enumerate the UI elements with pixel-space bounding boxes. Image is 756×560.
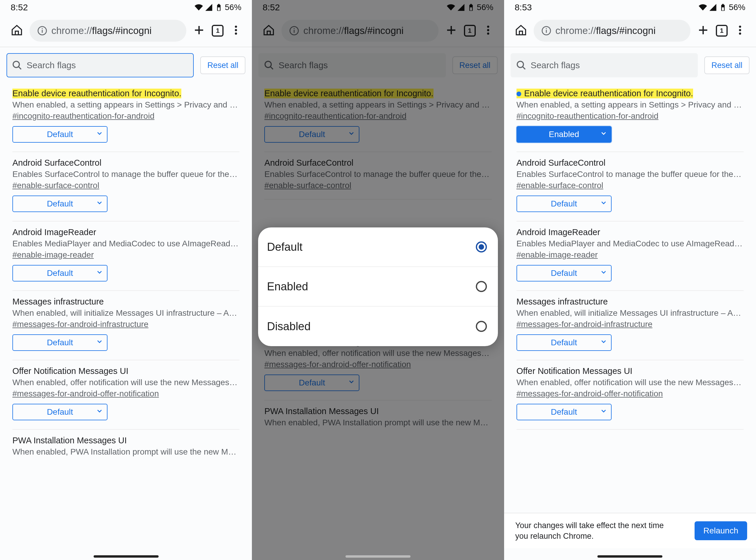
chevron-down-icon [348, 130, 355, 139]
chevron-down-icon [600, 130, 608, 139]
svg-point-23 [739, 26, 741, 28]
url-bar[interactable]: chrome://flags/#incogni [534, 20, 691, 42]
flag-select[interactable]: Default [13, 265, 107, 281]
flag-anchor-link[interactable]: #messages-for-android-offer-notification [13, 389, 159, 398]
svg-point-5 [235, 33, 237, 35]
flag-select[interactable]: Enabled [516, 126, 612, 143]
reset-all-button[interactable]: Reset all [200, 56, 245, 74]
flag-anchor-link[interactable]: #messages-for-android-infrastructure [13, 320, 148, 329]
radio-off-icon [475, 281, 487, 293]
svg-rect-1 [42, 30, 43, 33]
menu-button[interactable] [734, 24, 746, 37]
nav-handle[interactable] [94, 555, 159, 558]
flag-select[interactable]: Default [516, 265, 612, 281]
flag-select-value: Default [551, 338, 577, 347]
flag-select[interactable]: Default [516, 196, 612, 212]
search-placeholder: Search flags [26, 60, 76, 70]
chevron-down-icon [600, 407, 608, 417]
url-bar[interactable]: chrome://flags/#incogni [29, 20, 186, 42]
flag-anchor-link[interactable]: #enable-image-reader [516, 250, 598, 260]
flag-item: Android SurfaceControl Enables SurfaceCo… [504, 152, 756, 221]
flag-title: Android SurfaceControl [516, 158, 606, 168]
flag-select-value: Default [551, 407, 577, 417]
option-default[interactable]: Default [258, 227, 498, 267]
menu-button[interactable] [482, 24, 494, 37]
flag-anchor-link[interactable]: #incognito-reauthentication-for-android [264, 111, 406, 121]
radio-on-icon [475, 241, 487, 253]
new-tab-button[interactable] [445, 24, 457, 38]
option-disabled[interactable]: Disabled [258, 306, 498, 346]
flags-list: Enable device reauthentication for Incog… [504, 83, 756, 430]
flag-select[interactable]: Default [13, 334, 107, 351]
reset-all-button[interactable]: Reset all [704, 56, 750, 74]
svg-point-19 [476, 321, 486, 331]
home-button[interactable] [11, 24, 23, 38]
new-tab-button[interactable] [697, 24, 709, 38]
flag-select[interactable]: Default [13, 196, 107, 212]
flag-anchor-link[interactable]: #incognito-reauthentication-for-android [516, 111, 658, 121]
battery-percent: 56% [225, 3, 241, 12]
flag-anchor-link[interactable]: #enable-surface-control [264, 181, 351, 190]
tab-switcher-button[interactable]: 1 [212, 25, 224, 37]
flag-title: Android ImageReader [13, 227, 96, 237]
svg-point-4 [235, 29, 237, 31]
flag-title: Messages infrastructure [13, 297, 104, 306]
flag-title: Enable device reauthentication for Incog… [264, 88, 433, 98]
tab-switcher-button[interactable]: 1 [464, 25, 476, 37]
flag-select[interactable]: Default [264, 126, 360, 143]
home-button[interactable] [515, 24, 527, 38]
option-enabled[interactable]: Enabled [258, 267, 498, 306]
flag-item: Enable device reauthentication for Incog… [0, 83, 252, 152]
url-text: chrome://flags/#incogni [555, 25, 656, 36]
flag-item: Android ImageReader Enables MediaPlayer … [504, 221, 756, 291]
flag-anchor-link[interactable]: #incognito-reauthentication-for-android [13, 111, 155, 121]
search-input[interactable]: Search flags [511, 53, 698, 77]
nav-handle[interactable] [597, 555, 662, 558]
flag-item: PWA Installation Messages UI When enable… [252, 400, 504, 427]
menu-button[interactable] [230, 24, 242, 37]
url-text: chrome://flags/#incogni [303, 25, 403, 36]
search-row: Search flags Reset all [504, 47, 756, 83]
search-input[interactable]: Search flags [6, 53, 194, 77]
flag-anchor-link[interactable]: #messages-for-android-offer-notification [264, 360, 411, 369]
relaunch-button[interactable]: Relaunch [695, 521, 747, 540]
relaunch-bar: Your changes will take effect the next t… [504, 513, 756, 548]
svg-point-17 [479, 244, 484, 249]
relaunch-text: Your changes will take effect the next t… [515, 520, 669, 542]
toolbar: chrome://flags/#incogni 1 [0, 15, 252, 47]
flag-anchor-link[interactable]: #enable-surface-control [516, 181, 603, 190]
flag-anchor-link[interactable]: #enable-image-reader [13, 250, 94, 260]
flag-title: Android ImageReader [516, 227, 600, 237]
flag-anchor-link[interactable]: #messages-for-android-offer-notification [516, 389, 663, 398]
nav-handle[interactable] [346, 555, 410, 558]
flag-select[interactable]: Default [13, 126, 107, 143]
url-bar[interactable]: chrome://flags/#incogni [282, 20, 438, 42]
option-label: Disabled [267, 320, 311, 333]
flag-title: Android SurfaceControl [13, 158, 101, 168]
flag-description: When enabled, offer notification will us… [516, 378, 743, 387]
flag-title: PWA Installation Messages UI [13, 436, 127, 445]
flag-anchor-link[interactable]: #messages-for-android-infrastructure [516, 320, 653, 329]
flag-title: Offer Notification Messages UI [13, 366, 128, 376]
chevron-down-icon [600, 199, 608, 209]
flag-select[interactable]: Default [516, 404, 612, 420]
svg-point-25 [739, 33, 741, 35]
new-tab-button[interactable] [193, 24, 205, 38]
flag-select-value: Default [47, 407, 73, 417]
flag-select[interactable]: Default [264, 375, 360, 391]
home-button[interactable] [263, 24, 275, 38]
screenshot-1: 8:52 56% chrome://flags/#incogni 1 Searc… [0, 0, 252, 560]
svg-point-18 [476, 281, 486, 291]
flag-description: When enabled, a setting appears in Setti… [13, 100, 240, 109]
flag-select[interactable]: Default [13, 404, 107, 420]
tab-switcher-button[interactable]: 1 [716, 25, 728, 37]
reset-all-button[interactable]: Reset all [452, 56, 497, 74]
status-time: 8:52 [263, 2, 280, 13]
status-time: 8:52 [11, 2, 28, 13]
flag-select[interactable]: Default [516, 334, 612, 351]
flag-anchor-link[interactable]: #enable-surface-control [13, 181, 99, 190]
chevron-down-icon [96, 199, 103, 209]
search-input[interactable]: Search flags [259, 53, 446, 77]
chevron-down-icon [96, 407, 103, 417]
flag-item: Android ImageReader Enables MediaPlayer … [0, 221, 252, 291]
